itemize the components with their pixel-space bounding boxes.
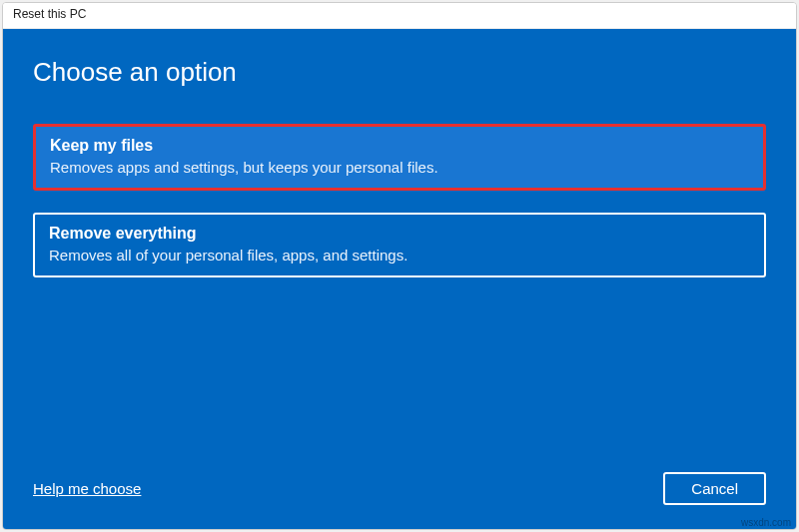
reset-pc-window: Reset this PC Choose an option Keep my f… <box>2 2 797 530</box>
option-remove-everything-title: Remove everything <box>49 225 750 243</box>
option-remove-everything[interactable]: Remove everything Removes all of your pe… <box>33 213 766 277</box>
help-me-choose-link[interactable]: Help me choose <box>33 480 141 497</box>
cancel-button[interactable]: Cancel <box>663 472 766 505</box>
window-title: Reset this PC <box>13 7 86 21</box>
window-titlebar: Reset this PC <box>3 3 796 29</box>
main-panel: Choose an option Keep my files Removes a… <box>3 29 796 529</box>
option-keep-my-files-title: Keep my files <box>50 137 749 155</box>
watermark: wsxdn.com <box>741 517 791 528</box>
page-heading: Choose an option <box>33 57 766 88</box>
option-keep-my-files-desc: Removes apps and settings, but keeps you… <box>50 159 749 176</box>
option-keep-my-files[interactable]: Keep my files Removes apps and settings,… <box>33 124 766 191</box>
option-remove-everything-desc: Removes all of your personal files, apps… <box>49 247 750 264</box>
footer: Help me choose Cancel <box>33 472 766 505</box>
